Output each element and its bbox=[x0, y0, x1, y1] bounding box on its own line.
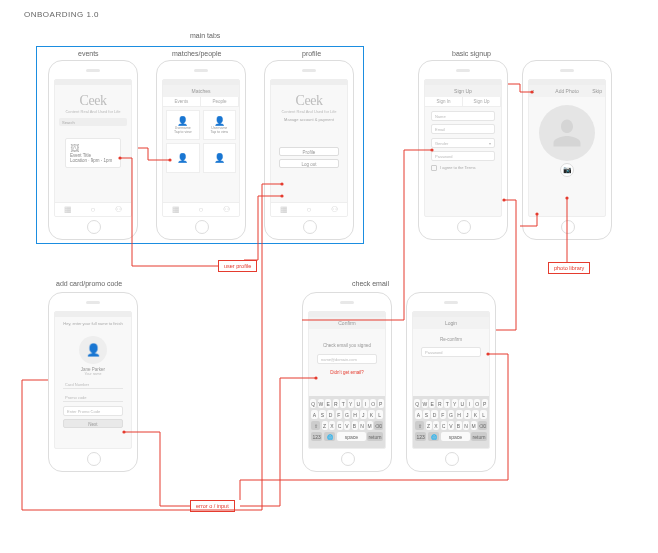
number-key[interactable]: 123 bbox=[311, 432, 322, 441]
key[interactable]: D bbox=[327, 410, 334, 419]
tab-signin[interactable]: Sign In bbox=[425, 97, 463, 106]
delete-key[interactable]: ⌫ bbox=[374, 421, 383, 430]
space-key[interactable]: space bbox=[337, 432, 366, 441]
email-field[interactable]: Email bbox=[431, 124, 495, 134]
key[interactable]: W bbox=[318, 399, 324, 408]
key[interactable]: T bbox=[340, 399, 346, 408]
key[interactable]: Z bbox=[426, 421, 432, 430]
key[interactable]: G bbox=[344, 410, 351, 419]
key[interactable]: E bbox=[429, 399, 435, 408]
gender-select[interactable]: Gender bbox=[431, 138, 495, 148]
number-key[interactable]: 123 bbox=[415, 432, 426, 441]
card-number-field[interactable]: Card Number bbox=[63, 380, 123, 389]
keyboard[interactable]: QWERTYUIOP ASDFGHJKL ⇧ZXCVBNM⌫ 123🌐space… bbox=[413, 396, 489, 448]
key[interactable]: G bbox=[448, 410, 455, 419]
key[interactable]: R bbox=[437, 399, 443, 408]
globe-key[interactable]: 🌐 bbox=[324, 432, 335, 441]
key[interactable]: W bbox=[422, 399, 428, 408]
search-input[interactable]: Search bbox=[59, 118, 127, 126]
keyboard[interactable]: QWERTYUIOP ASDFGHJKL ⇧ZXCVBNM⌫ 123🌐space… bbox=[309, 396, 385, 448]
return-key[interactable]: return bbox=[471, 432, 487, 441]
key[interactable]: Z bbox=[322, 421, 328, 430]
name-field[interactable]: Name bbox=[431, 111, 495, 121]
key[interactable]: F bbox=[440, 410, 447, 419]
tab-events-icon[interactable]: ▦ bbox=[55, 203, 80, 216]
key[interactable]: I bbox=[467, 399, 473, 408]
key[interactable]: Q bbox=[414, 399, 420, 408]
event-card[interactable]: 🖼 Event Title Location · 9pm - 1pm bbox=[65, 138, 121, 168]
tab-matches-icon[interactable]: ○ bbox=[296, 203, 321, 216]
password-field[interactable]: Password bbox=[431, 151, 495, 161]
delete-key[interactable]: ⌫ bbox=[478, 421, 487, 430]
subtab-people[interactable]: People bbox=[201, 97, 239, 106]
key[interactable]: U bbox=[355, 399, 361, 408]
key[interactable]: Q bbox=[310, 399, 316, 408]
key[interactable]: E bbox=[325, 399, 331, 408]
key[interactable]: L bbox=[376, 410, 383, 419]
tab-profile-icon[interactable]: ⚇ bbox=[214, 203, 239, 216]
people-cell[interactable]: 👤 bbox=[203, 143, 237, 173]
key[interactable]: C bbox=[441, 421, 447, 430]
key[interactable]: Y bbox=[348, 399, 354, 408]
globe-key[interactable]: 🌐 bbox=[428, 432, 439, 441]
shift-key[interactable]: ⇧ bbox=[415, 421, 424, 430]
key[interactable]: M bbox=[471, 421, 477, 430]
checkbox-icon[interactable] bbox=[431, 165, 437, 171]
key[interactable]: X bbox=[329, 421, 335, 430]
key[interactable]: U bbox=[459, 399, 465, 408]
password-field[interactable]: Password bbox=[421, 347, 481, 357]
tab-profile-icon[interactable]: ⚇ bbox=[322, 203, 347, 216]
people-cell[interactable]: 👤 bbox=[166, 143, 200, 173]
key[interactable]: S bbox=[319, 410, 326, 419]
skip-link[interactable]: Skip bbox=[592, 88, 602, 94]
tab-events-icon[interactable]: ▦ bbox=[163, 203, 188, 216]
key[interactable]: F bbox=[336, 410, 343, 419]
key[interactable]: D bbox=[431, 410, 438, 419]
key[interactable]: V bbox=[344, 421, 350, 430]
key[interactable]: T bbox=[444, 399, 450, 408]
key[interactable]: A bbox=[415, 410, 422, 419]
key[interactable]: B bbox=[352, 421, 358, 430]
subtab-events[interactable]: Events bbox=[163, 97, 201, 106]
shift-key[interactable]: ⇧ bbox=[311, 421, 320, 430]
tab-profile-icon[interactable]: ⚇ bbox=[106, 203, 131, 216]
back-icon[interactable]: ‹ bbox=[532, 88, 534, 95]
people-cell[interactable]: 👤UsernameTap to view bbox=[166, 110, 200, 140]
key[interactable]: O bbox=[474, 399, 480, 408]
key[interactable]: S bbox=[423, 410, 430, 419]
tab-matches-icon[interactable]: ○ bbox=[80, 203, 105, 216]
key[interactable]: P bbox=[482, 399, 488, 408]
tab-events-icon[interactable]: ▦ bbox=[271, 203, 296, 216]
key[interactable]: O bbox=[370, 399, 376, 408]
key[interactable]: H bbox=[456, 410, 463, 419]
key[interactable]: H bbox=[352, 410, 359, 419]
key[interactable]: L bbox=[480, 410, 487, 419]
key[interactable]: B bbox=[456, 421, 462, 430]
key[interactable]: C bbox=[337, 421, 343, 430]
key[interactable]: J bbox=[464, 410, 471, 419]
promo-field[interactable]: Enter Promo Code bbox=[63, 406, 123, 416]
key[interactable]: I bbox=[363, 399, 369, 408]
logout-button[interactable]: Log out bbox=[279, 159, 339, 168]
key[interactable]: K bbox=[368, 410, 375, 419]
key[interactable]: N bbox=[463, 421, 469, 430]
key[interactable]: R bbox=[333, 399, 339, 408]
people-cell[interactable]: 👤UsernameTap to view bbox=[203, 110, 237, 140]
tab-signup[interactable]: Sign Up bbox=[463, 97, 501, 106]
key[interactable]: Y bbox=[452, 399, 458, 408]
key[interactable]: X bbox=[433, 421, 439, 430]
next-button[interactable]: Next bbox=[63, 419, 123, 428]
key[interactable]: K bbox=[472, 410, 479, 419]
space-key[interactable]: space bbox=[441, 432, 470, 441]
terms-row[interactable]: I agree to the Terms bbox=[431, 165, 495, 171]
key[interactable]: N bbox=[359, 421, 365, 430]
key[interactable]: V bbox=[448, 421, 454, 430]
key[interactable]: P bbox=[378, 399, 384, 408]
camera-button[interactable]: 📷 bbox=[560, 163, 574, 177]
return-key[interactable]: return bbox=[367, 432, 383, 441]
key[interactable]: A bbox=[311, 410, 318, 419]
tab-matches-icon[interactable]: ○ bbox=[188, 203, 213, 216]
profile-button[interactable]: Profile bbox=[279, 147, 339, 156]
key[interactable]: J bbox=[360, 410, 367, 419]
resend-link[interactable]: Didn't get email? bbox=[309, 370, 385, 375]
